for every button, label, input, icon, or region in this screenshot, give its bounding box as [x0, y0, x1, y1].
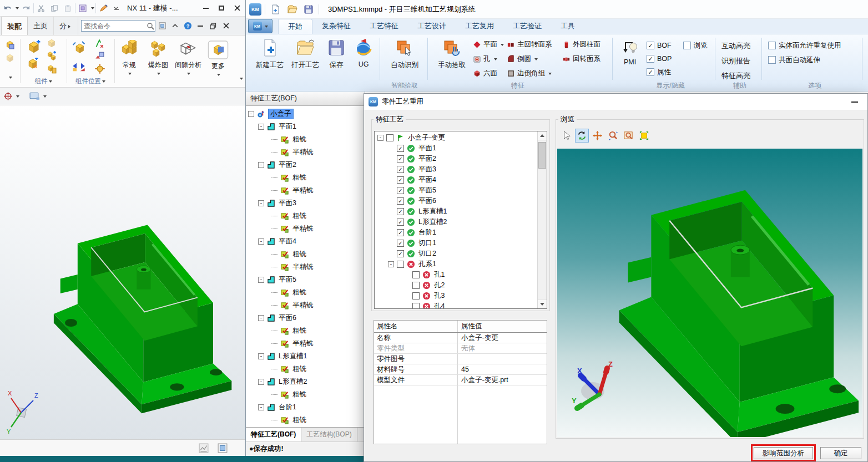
checkbox-icon[interactable] [768, 56, 776, 64]
checkbox-icon[interactable] [412, 303, 420, 309]
ribbon-overflow-icon[interactable] [240, 78, 243, 82]
checkbox-icon[interactable]: ✓ [397, 145, 404, 152]
checkbox-共面自动延伸[interactable]: 共面自动延伸 [768, 53, 841, 67]
checkbox-icon[interactable]: ✓ [397, 155, 404, 163]
browse-3d-view[interactable]: X Z Y [557, 149, 862, 437]
group-label[interactable]: 组件 [21, 77, 65, 85]
touch-mode-button[interactable] [97, 2, 109, 14]
tree-scrollbar[interactable] [537, 131, 547, 308]
reuse-tree-node-切口2[interactable]: ✓切口2 [375, 248, 537, 259]
checkbox-属性[interactable]: ✓属性 [647, 65, 672, 79]
pmi-button[interactable]: PMI [617, 37, 643, 66]
km-tab-开始[interactable]: 开始 [278, 19, 312, 34]
reuse-tree-node-平面3[interactable]: ✓平面3 [375, 164, 537, 175]
checkbox-icon[interactable]: ✓ [397, 240, 404, 247]
reuse-tree-node-平面4[interactable]: ✓平面4 [375, 175, 537, 185]
bof-operation-平面3-粗铣[interactable]: 粗铣 [246, 210, 365, 222]
nx-tab-分[interactable]: 分 [54, 17, 78, 35]
bof-feature-平面1[interactable]: -平面1 [246, 120, 365, 133]
assembly-icon[interactable] [5, 40, 15, 50]
property-row-零件图号[interactable]: 零件图号 [374, 354, 547, 364]
ribbon-button-主回转面系[interactable]: 主回转面系 [507, 38, 552, 50]
new-component-icon[interactable] [27, 58, 39, 70]
reuse-tree-node-切口1[interactable]: ✓切口1 [375, 238, 537, 248]
bof-feature-平面5[interactable]: -平面5 [246, 273, 365, 286]
checkbox-实体面允许重复使用[interactable]: 实体面允许重复使用 [768, 39, 841, 52]
checkbox-icon[interactable] [412, 292, 420, 299]
ribbon-button-孔[interactable]: 孔 [473, 53, 504, 65]
close-button[interactable] [230, 2, 244, 14]
collapse-icon[interactable]: - [258, 379, 264, 385]
bof-operation-平面1-粗铣[interactable]: 粗铣 [246, 133, 365, 146]
bof-operation-平面2-半精铣[interactable]: 半精铣 [246, 184, 365, 197]
assembly-gray-icon[interactable] [5, 53, 15, 63]
open-file-button[interactable] [285, 3, 299, 16]
new-process-button[interactable]: 新建工艺 [253, 37, 287, 70]
reuse-tree-node-平面5[interactable]: ✓平面5 [375, 185, 537, 196]
doc-restore-button[interactable] [207, 20, 219, 32]
reuse-tree-node-孔1[interactable]: 孔1 [375, 270, 537, 280]
rotate-button[interactable] [575, 129, 589, 143]
bof-operation-台阶1-粗铣[interactable]: 粗铣 [246, 414, 365, 427]
dialog-minimize-button[interactable] [846, 96, 863, 108]
minimize-ribbon-button[interactable] [169, 20, 181, 32]
bof-operation-平面5-半精铣[interactable]: 半精铣 [246, 299, 365, 312]
checkbox-icon[interactable]: ✓ [397, 187, 404, 194]
checkbox-icon[interactable] [397, 261, 404, 268]
reuse-tree-node-孔4[interactable]: 孔4 [375, 301, 537, 309]
bof-feature-台阶1[interactable]: -台阶1 [246, 401, 365, 414]
doc-close-button[interactable] [220, 20, 232, 32]
pan-button[interactable] [591, 129, 604, 143]
doc-minimize-button[interactable] [194, 20, 206, 32]
copy-button[interactable] [48, 2, 60, 14]
display-part-button[interactable] [77, 2, 89, 14]
collapse-icon[interactable]: - [377, 135, 383, 141]
ribbon-button-外圆柱面[interactable]: 外圆柱面 [562, 38, 600, 50]
reuse-tree-node-台阶1[interactable]: ✓台阶1 [375, 227, 537, 238]
reuse-tree-node-小盒子-变更[interactable]: -小盒子-变更 [375, 133, 537, 143]
scrollbar-thumb[interactable] [538, 142, 546, 169]
km-tab-工艺验证[interactable]: 工艺验证 [503, 19, 551, 34]
checkbox-icon[interactable] [386, 134, 393, 141]
checkbox-icon[interactable]: ✓ [397, 219, 404, 226]
bof-operation-平面4-半精铣[interactable]: 半精铣 [246, 261, 365, 273]
nx-tab-主页[interactable]: 主页 [28, 17, 54, 35]
property-row-零件类型[interactable]: 零件类型壳体 [374, 343, 547, 354]
ribbon-button-识别报告[interactable]: 识别报告 [721, 54, 750, 68]
km-tab-工艺特征[interactable]: 工艺特征 [360, 19, 408, 34]
save-process-button[interactable]: 保存 [324, 37, 349, 70]
panel-tab-工艺结构(BOP)[interactable]: 工艺结构(BOP) [301, 428, 357, 441]
paste-button[interactable] [62, 2, 74, 14]
reuse-tree-node-平面2[interactable]: ✓平面2 [375, 154, 537, 164]
save-file-button[interactable] [302, 3, 315, 16]
checkbox-icon[interactable]: ✓ [397, 229, 404, 236]
mirror-assembly-icon[interactable] [47, 64, 57, 74]
fit-button[interactable] [637, 129, 651, 143]
panel-tab-特征工艺(BOF)[interactable]: 特征工艺(BOF) [246, 428, 301, 441]
nx-3d-viewport[interactable]: X Z Y [0, 105, 245, 439]
assembly-constraint-icon[interactable] [94, 39, 104, 49]
auto-recognize-button[interactable]: 自动识别 [384, 37, 425, 70]
collapse-icon[interactable]: - [258, 315, 264, 321]
checkbox-icon[interactable] [412, 271, 420, 278]
reuse-tree-node-平面1[interactable]: ✓平面1 [375, 143, 537, 154]
bof-operation-平面4-粗铣[interactable]: 粗铣 [246, 248, 365, 261]
group-label[interactable]: 组件位置 [68, 77, 113, 85]
reuse-tree-node-孔系1[interactable]: -孔系1 [375, 259, 537, 270]
zoom-window-button[interactable] [622, 129, 635, 143]
maximize-button[interactable] [214, 2, 229, 14]
km-tab-工艺设计[interactable]: 工艺设计 [408, 19, 456, 34]
bof-operation-L形直槽2-粗铣[interactable]: 粗铣 [246, 388, 365, 401]
nx-tab-装配[interactable]: 装配 [1, 17, 28, 35]
collapse-icon[interactable]: - [258, 200, 264, 206]
align-icon[interactable] [72, 60, 85, 72]
chevron-down-icon[interactable] [16, 7, 19, 11]
checkbox-浏览[interactable]: 浏览 [683, 39, 708, 52]
collapse-icon[interactable]: - [258, 124, 264, 130]
nx-exploded-view-button[interactable]: 爆炸图 [144, 35, 172, 87]
collapse-icon[interactable]: - [258, 277, 264, 283]
bof-feature-平面4[interactable]: -平面4 [246, 235, 365, 248]
bof-tree-root[interactable]: -小盒子 [246, 108, 365, 120]
checkbox-icon[interactable]: ✓ [397, 197, 404, 205]
ribbon-button-互动高亮[interactable]: 互动高亮 [721, 39, 750, 53]
